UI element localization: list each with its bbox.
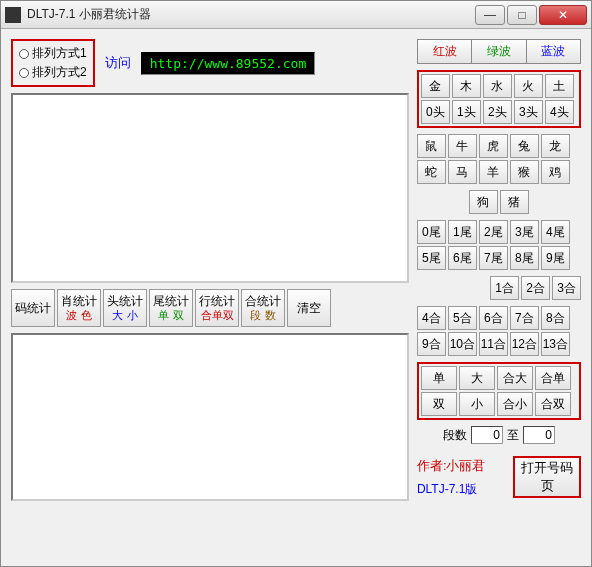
he-9[interactable]: 9合 bbox=[417, 332, 446, 356]
tail-6[interactable]: 6尾 bbox=[448, 246, 477, 270]
head-2[interactable]: 2头 bbox=[483, 100, 512, 124]
zodiac-rabbit[interactable]: 兔 bbox=[510, 134, 539, 158]
footer-row: 作者:小丽君 DLTJ-7.1版 打开号码页 bbox=[417, 456, 581, 498]
element-shui[interactable]: 水 bbox=[483, 74, 512, 98]
element-mu[interactable]: 木 bbox=[452, 74, 481, 98]
zodiac-rat[interactable]: 鼠 bbox=[417, 134, 446, 158]
he-10[interactable]: 10合 bbox=[448, 332, 477, 356]
app-window: DLTJ-7.1 小丽君统计器 — □ ✕ 排列方式1 排列方式2 bbox=[0, 0, 592, 567]
open-numbers-button[interactable]: 打开号码页 bbox=[513, 456, 581, 498]
tail-9[interactable]: 9尾 bbox=[541, 246, 570, 270]
content-area: 排列方式1 排列方式2 访问 http://www.89552.com 码统计 … bbox=[1, 29, 591, 566]
stat-ma-button[interactable]: 码统计 bbox=[11, 289, 55, 327]
radio-icon bbox=[19, 68, 29, 78]
zodiac-goat[interactable]: 羊 bbox=[479, 160, 508, 184]
combo-hexiao[interactable]: 合小 bbox=[497, 392, 533, 416]
wave-green-button[interactable]: 绿波 bbox=[472, 40, 526, 63]
tail-8[interactable]: 8尾 bbox=[510, 246, 539, 270]
sort-mode-1[interactable]: 排列方式1 bbox=[19, 44, 87, 63]
combo-heda[interactable]: 合大 bbox=[497, 366, 533, 390]
he-3[interactable]: 3合 bbox=[552, 276, 581, 300]
visit-label: 访问 bbox=[105, 54, 131, 72]
zodiac-rooster[interactable]: 鸡 bbox=[541, 160, 570, 184]
tail-7[interactable]: 7尾 bbox=[479, 246, 508, 270]
stat-sub-label: 大 小 bbox=[112, 308, 137, 322]
stat-label: 码统计 bbox=[15, 301, 51, 315]
wave-red-button[interactable]: 红波 bbox=[418, 40, 472, 63]
clear-button[interactable]: 清空 bbox=[287, 289, 331, 327]
tail-0[interactable]: 0尾 bbox=[417, 220, 446, 244]
he-1[interactable]: 1合 bbox=[490, 276, 519, 300]
tail-3[interactable]: 3尾 bbox=[510, 220, 539, 244]
zodiac-dragon[interactable]: 龙 bbox=[541, 134, 570, 158]
he-12[interactable]: 12合 bbox=[510, 332, 539, 356]
zodiac-pig[interactable]: 猪 bbox=[500, 190, 529, 214]
range-row: 段数 至 bbox=[417, 426, 581, 444]
stat-label: 头统计 bbox=[107, 294, 143, 308]
url-display[interactable]: http://www.89552.com bbox=[141, 52, 316, 75]
head-3[interactable]: 3头 bbox=[514, 100, 543, 124]
zodiac-tiger[interactable]: 虎 bbox=[479, 134, 508, 158]
combo-row1: 单 大 合大 合单 bbox=[421, 366, 577, 390]
range-to-input[interactable] bbox=[523, 426, 555, 444]
range-from-input[interactable] bbox=[471, 426, 503, 444]
stat-sub-label: 单 双 bbox=[158, 308, 183, 322]
tail-5[interactable]: 5尾 bbox=[417, 246, 446, 270]
zodiac-monkey[interactable]: 猴 bbox=[510, 160, 539, 184]
he-7[interactable]: 7合 bbox=[510, 306, 539, 330]
head-4[interactable]: 4头 bbox=[545, 100, 574, 124]
close-button[interactable]: ✕ bbox=[539, 5, 587, 25]
combo-hedan[interactable]: 合单 bbox=[535, 366, 571, 390]
he-2[interactable]: 2合 bbox=[521, 276, 550, 300]
stat-sub-label: 段 数 bbox=[250, 308, 275, 322]
output-textarea-bottom[interactable] bbox=[11, 333, 409, 501]
combo-xiao[interactable]: 小 bbox=[459, 392, 495, 416]
combo-heshuang[interactable]: 合双 bbox=[535, 392, 571, 416]
tail-2[interactable]: 2尾 bbox=[479, 220, 508, 244]
sort-mode-group: 排列方式1 排列方式2 bbox=[11, 39, 95, 87]
stat-sub-label: 合单双 bbox=[201, 308, 234, 322]
combo-da[interactable]: 大 bbox=[459, 366, 495, 390]
he-4[interactable]: 4合 bbox=[417, 306, 446, 330]
tails-grid: 0尾 1尾 2尾 3尾 4尾 5尾 6尾 7尾 8尾 9尾 bbox=[417, 220, 581, 270]
combo-shuang[interactable]: 双 bbox=[421, 392, 457, 416]
element-tu[interactable]: 土 bbox=[545, 74, 574, 98]
minimize-button[interactable]: — bbox=[475, 5, 505, 25]
zodiac-horse[interactable]: 马 bbox=[448, 160, 477, 184]
maximize-button[interactable]: □ bbox=[507, 5, 537, 25]
combo-dan[interactable]: 单 bbox=[421, 366, 457, 390]
stat-label: 清空 bbox=[297, 301, 321, 315]
heads-row: 0头 1头 2头 3头 4头 bbox=[421, 100, 577, 124]
tail-1[interactable]: 1尾 bbox=[448, 220, 477, 244]
stat-hang-button[interactable]: 行统计 合单双 bbox=[195, 289, 239, 327]
he-5[interactable]: 5合 bbox=[448, 306, 477, 330]
he-8[interactable]: 8合 bbox=[541, 306, 570, 330]
zodiac-dog[interactable]: 狗 bbox=[469, 190, 498, 214]
tail-4[interactable]: 4尾 bbox=[541, 220, 570, 244]
titlebar: DLTJ-7.1 小丽君统计器 — □ ✕ bbox=[1, 1, 591, 29]
stat-label: 尾统计 bbox=[153, 294, 189, 308]
radio-label: 排列方式2 bbox=[32, 64, 87, 81]
wave-blue-button[interactable]: 蓝波 bbox=[527, 40, 580, 63]
head-1[interactable]: 1头 bbox=[452, 100, 481, 124]
zodiac-snake[interactable]: 蛇 bbox=[417, 160, 446, 184]
stat-xiao-button[interactable]: 肖统计 波 色 bbox=[57, 289, 101, 327]
stat-he-button[interactable]: 合统计 段 数 bbox=[241, 289, 285, 327]
he-11[interactable]: 11合 bbox=[479, 332, 508, 356]
range-to-label: 至 bbox=[507, 427, 519, 444]
he-grid-row1: 1合 2合 3合 bbox=[417, 276, 581, 300]
element-jin[interactable]: 金 bbox=[421, 74, 450, 98]
stat-buttons-row: 码统计 肖统计 波 色 头统计 大 小 尾统计 单 双 行统计 合单双 bbox=[11, 289, 409, 327]
input-textarea-top[interactable] bbox=[11, 93, 409, 283]
he-6[interactable]: 6合 bbox=[479, 306, 508, 330]
he-13[interactable]: 13合 bbox=[541, 332, 570, 356]
element-huo[interactable]: 火 bbox=[514, 74, 543, 98]
stat-tou-button[interactable]: 头统计 大 小 bbox=[103, 289, 147, 327]
head-0[interactable]: 0头 bbox=[421, 100, 450, 124]
zodiac-ox[interactable]: 牛 bbox=[448, 134, 477, 158]
elements-heads-group: 金 木 水 火 土 0头 1头 2头 3头 4头 bbox=[417, 70, 581, 128]
stat-wei-button[interactable]: 尾统计 单 双 bbox=[149, 289, 193, 327]
version-label: DLTJ-7.1版 bbox=[417, 481, 486, 498]
sort-mode-2[interactable]: 排列方式2 bbox=[19, 63, 87, 82]
right-column: 红波 绿波 蓝波 金 木 水 火 土 0头 1头 2头 3头 4头 bbox=[417, 39, 581, 556]
